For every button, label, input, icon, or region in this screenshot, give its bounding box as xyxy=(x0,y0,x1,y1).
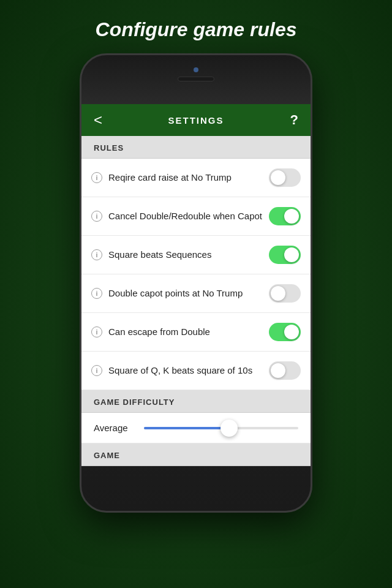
game-difficulty-section-header: GAME DIFFICULTY xyxy=(81,390,311,413)
label-can-escape: Can escape from Double xyxy=(108,326,269,338)
info-icon-double-capot[interactable]: i xyxy=(91,288,102,299)
setting-row-double-capot: i Double capot points at No Trump xyxy=(81,274,311,313)
setting-row-can-escape: i Can escape from Double xyxy=(81,313,311,352)
info-icon-require-card-raise[interactable]: i xyxy=(91,172,102,183)
toggle-thumb-require-card-raise xyxy=(271,170,285,185)
label-cancel-double: Cancel Double/Redouble when Capot xyxy=(108,210,269,222)
speaker-grille xyxy=(178,77,214,81)
label-double-capot: Double capot points at No Trump xyxy=(108,287,269,300)
difficulty-label: Average xyxy=(94,423,137,433)
header-bar: < SETTINGS ? xyxy=(81,104,311,136)
toggle-thumb-double-capot xyxy=(271,286,285,301)
toggle-thumb-square-qk xyxy=(271,363,285,378)
slider-thumb[interactable] xyxy=(221,420,238,437)
page-title: Configure game rules xyxy=(71,0,322,53)
setting-row-cancel-double: i Cancel Double/Redouble when Capot xyxy=(81,197,311,236)
rules-header-text: RULES xyxy=(94,143,124,153)
slider-track[interactable] xyxy=(144,427,298,429)
label-square-beats: Square beats Sequences xyxy=(108,249,269,261)
setting-row-square-qk: i Square of Q, K beats square of 10s xyxy=(81,352,311,390)
toggle-require-card-raise[interactable] xyxy=(269,168,301,187)
game-header-text: GAME xyxy=(94,451,120,460)
slider-fill xyxy=(144,427,229,429)
info-icon-square-qk[interactable]: i xyxy=(91,365,102,376)
label-square-qk: Square of Q, K beats square of 10s xyxy=(108,364,269,377)
phone-shell: < SETTINGS ? RULES i Reqire card raise a… xyxy=(80,53,312,513)
game-difficulty-header-text: GAME DIFFICULTY xyxy=(94,398,175,407)
toggle-square-qk[interactable] xyxy=(269,361,301,380)
toggle-can-escape[interactable] xyxy=(269,323,301,341)
toggle-double-capot[interactable] xyxy=(269,284,301,303)
back-button[interactable]: < xyxy=(94,111,112,129)
camera-dot xyxy=(194,67,198,72)
info-icon-square-beats[interactable]: i xyxy=(91,249,102,260)
toggle-thumb-can-escape xyxy=(284,325,299,339)
difficulty-slider-row: Average xyxy=(81,413,311,443)
toggle-square-beats[interactable] xyxy=(269,246,301,264)
game-section-header: GAME xyxy=(81,443,311,466)
toggle-thumb-cancel-double xyxy=(284,209,299,224)
header-title: SETTINGS xyxy=(168,115,224,126)
setting-row-require-card-raise: i Reqire card raise at No Trump xyxy=(81,159,311,197)
label-require-card-raise: Reqire card raise at No Trump xyxy=(108,172,269,184)
phone-top xyxy=(81,55,311,104)
toggle-thumb-square-beats xyxy=(284,247,299,262)
phone-screen: < SETTINGS ? RULES i Reqire card raise a… xyxy=(81,104,311,466)
toggle-cancel-double[interactable] xyxy=(269,207,301,225)
setting-row-square-beats: i Square beats Sequences xyxy=(81,236,311,274)
info-icon-cancel-double[interactable]: i xyxy=(91,211,102,222)
info-icon-can-escape[interactable]: i xyxy=(91,326,102,337)
rules-section-header: RULES xyxy=(81,136,311,159)
help-button[interactable]: ? xyxy=(280,112,298,128)
